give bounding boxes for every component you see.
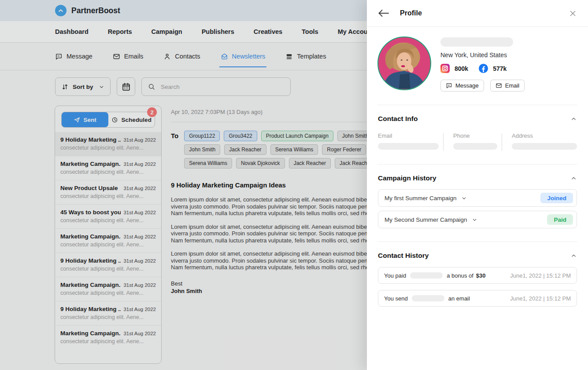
chat-icon: [446, 82, 452, 89]
history-timestamp: June1, 2022 | 15:12 PM: [510, 272, 571, 279]
instagram-followers: 800k: [455, 65, 468, 72]
name-skeleton: [412, 295, 444, 301]
profile-summary: New York, United States 800k 577k Messag…: [367, 27, 588, 92]
drawer-header: Profile: [367, 0, 588, 27]
history-timestamp: June1, 2022 | 15:12 PM: [510, 295, 571, 302]
facebook-icon: [479, 64, 488, 73]
chevron-up-icon[interactable]: [570, 253, 577, 259]
contact-history-item: You send an email June1, 2022 | 15:12 PM: [378, 290, 577, 307]
phone-label: Phone: [453, 132, 497, 139]
email-label: Email: [378, 132, 439, 139]
facebook-followers: 577k: [493, 65, 507, 72]
profile-location: New York, United States: [440, 51, 525, 59]
bonus-amount: $30: [476, 272, 486, 279]
email-button[interactable]: Email: [490, 80, 525, 92]
envelope-icon: [496, 82, 502, 89]
close-icon[interactable]: [569, 9, 577, 18]
chevron-down-icon: [461, 195, 467, 201]
divider: [502, 133, 502, 151]
drawer-title: Profile: [400, 9, 422, 17]
contact-history-title: Contact History: [378, 252, 429, 260]
email-value-skeleton: [378, 143, 439, 150]
avatar: [377, 37, 431, 90]
campaign-card: My first Summer Campaign Joined: [378, 189, 577, 207]
chevron-down-icon: [472, 217, 477, 223]
campaign-card: My Second Summer Campaign Paid: [378, 211, 577, 228]
status-badge: Paid: [547, 214, 573, 225]
contact-info-title: Contact Info: [378, 115, 418, 123]
phone-value-skeleton: [453, 143, 497, 150]
status-badge: Joined: [540, 193, 573, 203]
social-stats: 800k 577k: [440, 64, 525, 73]
campaign-history-section: Campaign History My first Summer Campaig…: [367, 165, 588, 228]
name-skeleton: [410, 272, 443, 278]
message-button[interactable]: Message: [440, 80, 484, 92]
campaign-name-dropdown[interactable]: My Second Summer Campaign: [385, 216, 477, 223]
chevron-up-icon[interactable]: [570, 175, 577, 182]
contact-info-section: Contact Info Email Phone Address: [367, 105, 588, 151]
contact-history-section: Contact History You paid a bonus of $30 …: [367, 242, 588, 307]
instagram-icon: [440, 64, 450, 73]
contact-history-item: You paid a bonus of $30 June1, 2022 | 15…: [378, 267, 577, 284]
back-arrow-icon[interactable]: [378, 8, 389, 18]
campaign-history-title: Campaign History: [378, 174, 436, 182]
name-skeleton: [440, 37, 513, 47]
campaign-name-dropdown[interactable]: My first Summer Campaign: [385, 195, 467, 201]
divider: [443, 133, 444, 151]
address-value-skeleton: [512, 143, 577, 150]
chevron-up-icon[interactable]: [570, 116, 577, 122]
profile-drawer: Profile New York, United States: [367, 0, 588, 370]
address-label: Address: [512, 132, 577, 139]
